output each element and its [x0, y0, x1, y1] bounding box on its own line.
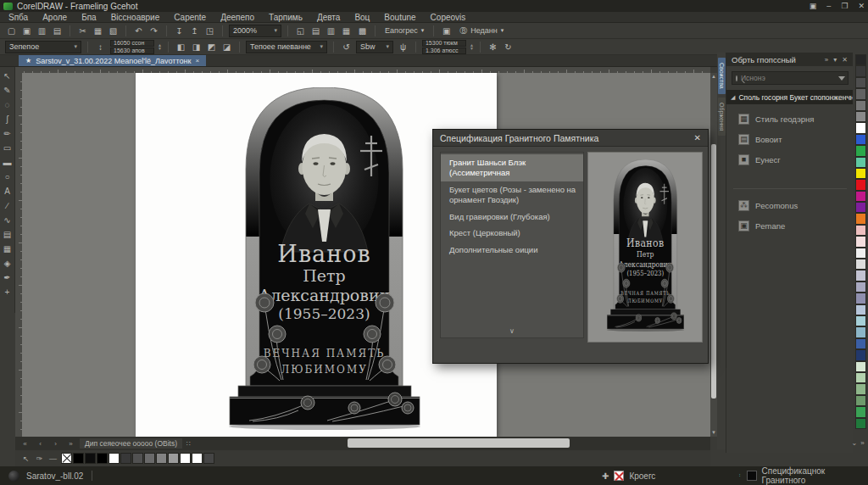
add-tool-icon[interactable]: + [1, 285, 14, 299]
color-swatch[interactable] [855, 122, 866, 133]
color-swatch[interactable] [855, 338, 866, 349]
spec-list-item[interactable]: Вид гравировки (Глубокая) [441, 209, 583, 226]
copy-icon[interactable]: ▦ [92, 25, 104, 37]
zoom-level-select[interactable]: 2000% ▾ [229, 25, 281, 37]
color-swatch[interactable] [855, 282, 866, 293]
full-screen-preview-icon[interactable]: ◱ [294, 25, 307, 37]
color-swatch[interactable] [85, 453, 96, 464]
paste-icon[interactable]: ▧ [107, 25, 120, 37]
color-swatch[interactable] [132, 453, 143, 464]
page-portrait-icon[interactable]: ◧ [175, 41, 187, 53]
menu-item[interactable]: Воц [354, 13, 370, 22]
pecomonus-item[interactable]: ⁂Pecomonus [738, 195, 854, 215]
color-swatch[interactable] [855, 326, 866, 337]
vertical-scrollbar[interactable]: ▲ ▼ [710, 73, 717, 437]
view-normal-icon[interactable]: ▥ [325, 25, 337, 37]
palette-more-icon[interactable]: » [860, 439, 864, 447]
color-swatch[interactable] [97, 453, 108, 464]
publish-icon[interactable]: ◳ [203, 25, 216, 37]
view-simple-icon[interactable]: ▤ [309, 25, 322, 37]
preset-dropdown[interactable]: Еапогрес ▾ [381, 26, 427, 35]
color-swatch[interactable] [855, 304, 866, 315]
color-swatch[interactable] [168, 453, 179, 464]
color-swatch[interactable] [855, 157, 866, 168]
color-swatch[interactable] [855, 179, 866, 190]
horizontal-ruler[interactable] [15, 67, 710, 73]
color-swatch[interactable] [855, 77, 866, 88]
color-swatch[interactable] [108, 453, 120, 464]
bouquet-item[interactable]: ▤Вовоит [738, 129, 854, 149]
color-swatch[interactable] [855, 383, 866, 394]
color-swatch[interactable] [855, 349, 866, 360]
options-icon[interactable]: ▩ [356, 25, 369, 37]
nudge-icon[interactable]: ◪ [220, 41, 233, 53]
vertical-scrollbar-thumb[interactable] [711, 144, 716, 399]
menu-item[interactable]: Бпа [81, 13, 97, 22]
color-swatch[interactable] [855, 372, 866, 383]
list-scroll-down-icon[interactable]: ∨ [440, 326, 584, 338]
page-nav-icon[interactable]: » [64, 438, 77, 450]
color-swatch[interactable] [855, 191, 866, 202]
color-swatch[interactable] [203, 453, 214, 464]
cut-icon[interactable]: ✂ [76, 25, 89, 37]
color-swatch[interactable] [855, 225, 866, 236]
view-enhanced-icon[interactable]: ▦ [340, 25, 353, 37]
save-icon[interactable]: ▥ [36, 25, 48, 37]
menu-item[interactable]: Sпба [8, 13, 28, 22]
new-document-icon[interactable]: ▢ [5, 25, 18, 37]
color-swatch[interactable] [156, 453, 167, 464]
scroll-down-icon[interactable]: ▼ [710, 429, 717, 437]
docker-search-box[interactable] [732, 71, 849, 85]
filter-funnel-icon[interactable] [838, 76, 845, 81]
color-swatch[interactable] [120, 453, 131, 464]
rounded-rectangle-tool-icon[interactable]: ▬ [1, 155, 14, 170]
dimension-spinner[interactable]: ▲▼ [470, 43, 474, 50]
restore-button[interactable]: ❐ [841, 2, 848, 10]
rectangle-tool-icon[interactable]: ▭ [1, 141, 14, 155]
palette-tool-icon[interactable]: — [47, 452, 58, 465]
page-landscape-icon[interactable]: ◨ [190, 41, 203, 53]
horizontal-scrollbar-thumb[interactable] [348, 438, 570, 448]
palette-tool-icon[interactable]: ↖ [20, 452, 31, 465]
style-geometry-item[interactable]: ▦Стиль геодэрня [738, 109, 854, 129]
units-icon[interactable]: ◩ [205, 41, 218, 53]
menu-item[interactable]: Сарente [174, 13, 206, 22]
object-width-field[interactable]: 16050 ссон [110, 40, 154, 47]
size-spinner[interactable]: ▲▼ [158, 43, 162, 50]
monument-design-object[interactable]: Иванов Петр Александрович (1955–2023) ВЕ… [227, 87, 422, 437]
spec-list-item[interactable]: Крест (Церковный) [441, 225, 583, 242]
palette-tool-icon[interactable]: ✑ [34, 452, 45, 465]
export-icon[interactable]: ↥ [188, 25, 201, 37]
color-swatch[interactable] [855, 293, 866, 304]
color-swatch[interactable] [855, 88, 866, 99]
docker-side-tab[interactable]: Обрження [718, 98, 726, 136]
color-swatch[interactable] [855, 100, 866, 111]
mirror-icon[interactable]: ψ [397, 41, 409, 53]
expand-triangle-icon[interactable]: ◢ [731, 94, 735, 101]
image-adjust-icon[interactable]: ▣ [440, 25, 453, 37]
image-tool-icon[interactable]: ▦ [1, 242, 14, 256]
color-swatch[interactable] [855, 361, 866, 372]
color-swatch[interactable] [855, 259, 866, 270]
menu-item[interactable]: Ароле [42, 13, 67, 22]
menu-item[interactable]: Сореоvis [431, 13, 466, 22]
docker-side-tab[interactable]: Своиства [718, 58, 726, 94]
docker-close-icon[interactable]: ✕ [842, 56, 848, 64]
menu-item[interactable]: Деепепо [220, 13, 254, 22]
color-swatch[interactable] [855, 202, 866, 213]
vertical-ruler[interactable] [15, 73, 22, 437]
dialog-title-bar[interactable]: Спецификация Гранитного Памятника ✕ [433, 130, 708, 147]
import-icon[interactable]: ↧ [173, 25, 186, 37]
angle-select[interactable]: Sbw ▾ [356, 41, 393, 53]
menu-item[interactable]: Девта [317, 13, 340, 22]
color-swatch[interactable] [855, 418, 866, 429]
page-tab[interactable]: Дип сеяеочее ооооо (ОВits) [80, 438, 182, 449]
undo-icon[interactable]: ↶ [132, 25, 145, 37]
color-swatch[interactable] [855, 134, 866, 145]
menu-item[interactable]: Віссноаврие [111, 13, 160, 22]
ellipse-tool-icon[interactable]: ○ [1, 170, 14, 184]
artistic-media-tool-icon[interactable]: ✏ [1, 126, 14, 141]
refresh-icon[interactable]: ↻ [502, 41, 515, 53]
blend-mode-select[interactable]: Тепоее пиеванне ▾ [246, 41, 327, 53]
menu-item[interactable]: Тарпимь [269, 13, 303, 22]
